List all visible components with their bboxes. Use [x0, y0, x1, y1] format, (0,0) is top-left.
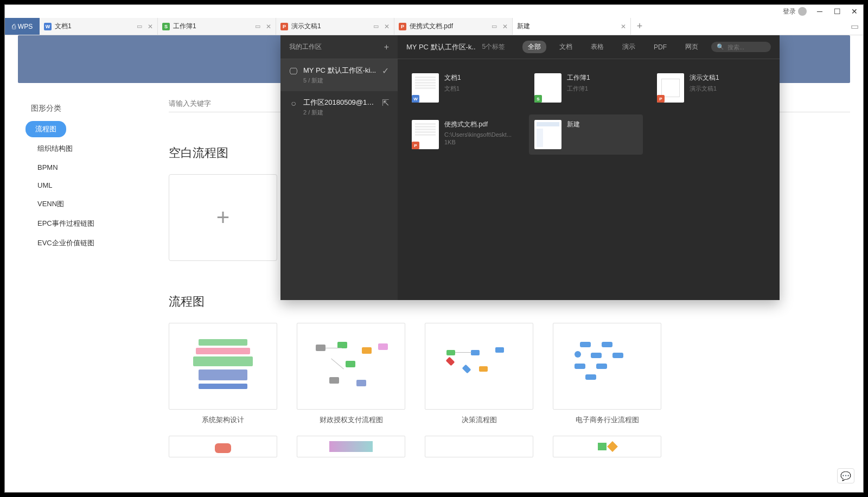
spreadsheet-icon: S: [534, 95, 542, 103]
template-title: 电子商务行业流程图: [553, 415, 661, 425]
external-link-icon[interactable]: ⇱: [382, 98, 389, 108]
chat-icon: 💬: [840, 471, 851, 481]
overlay-search[interactable]: 🔍: [711, 42, 771, 52]
sidebar-item-venn[interactable]: VENN图: [24, 195, 151, 213]
template-title: 财政授权支付流程图: [297, 415, 405, 425]
titlebar: 登录 ─ ☐ ✕: [5, 5, 863, 18]
filter-presentation[interactable]: 演示: [617, 41, 641, 53]
filter-web[interactable]: 网页: [680, 41, 704, 53]
tab-bar: ⎙ WPS W 文档1 ▭ ✕ S 工作簿1 ▭ ✕ P 演示文稿1 ▭ ✕ P…: [5, 18, 863, 35]
overlay-doc-item[interactable]: S 工作簿1 工作簿1: [529, 68, 643, 108]
window-mode-icon[interactable]: ▭: [255, 23, 260, 30]
filter-doc[interactable]: 文档: [554, 41, 578, 53]
sidebar-item-org-chart[interactable]: 组织结构图: [24, 139, 151, 158]
tab-count: 5个标签: [482, 42, 506, 52]
template-card[interactable]: [297, 436, 405, 457]
template-card[interactable]: 决策流程图: [425, 323, 533, 425]
tab-close-icon[interactable]: ✕: [266, 23, 271, 30]
pdf-icon: P: [399, 23, 406, 30]
tab-close-icon[interactable]: ✕: [621, 23, 626, 30]
template-title: 系统架构设计: [169, 415, 277, 425]
tab-close-icon[interactable]: ✕: [384, 23, 390, 30]
tab-list-button[interactable]: ▭: [846, 18, 863, 35]
template-card[interactable]: 电子商务行业流程图: [553, 323, 661, 425]
tab-spreadsheet[interactable]: S 工作簿1 ▭ ✕: [158, 18, 276, 35]
overlay-doc-item[interactable]: P 演示文稿1 演示文稿1: [652, 68, 765, 108]
search-icon: 🔍: [717, 43, 724, 50]
maximize-button[interactable]: ☐: [833, 7, 841, 16]
window-mode-icon[interactable]: ▭: [137, 23, 142, 30]
window-mode-icon[interactable]: ▭: [492, 23, 497, 30]
workspace-list-title: 我的工作区: [289, 42, 322, 52]
filter-pdf[interactable]: PDF: [648, 42, 672, 53]
close-button[interactable]: ✕: [850, 7, 859, 16]
plus-icon: +: [216, 205, 230, 231]
overlay-doc-item[interactable]: W 文档1 文档1: [406, 68, 520, 108]
radio-icon: ○: [289, 99, 298, 109]
workspace-list-panel: 我的工作区 + 🖵 MY PC 默认工作区-ki... 5 / 新建 ✓ ○ 工…: [280, 35, 398, 300]
filter-sheet[interactable]: 表格: [585, 41, 609, 53]
tab-close-icon[interactable]: ✕: [148, 23, 153, 30]
sidebar-item-evc[interactable]: EVC企业价值链图: [24, 234, 151, 252]
workspace-item[interactable]: ○ 工作区20180509@14... 2 / 新建 ⇱: [280, 91, 398, 123]
presentation-icon: P: [657, 95, 665, 103]
wps-logo-icon: ⎙: [12, 23, 16, 30]
tab-close-icon[interactable]: ✕: [502, 23, 508, 30]
login-button[interactable]: 登录: [783, 7, 807, 16]
tab-wps-home[interactable]: ⎙ WPS: [5, 18, 40, 35]
workspace-item[interactable]: 🖵 MY PC 默认工作区-ki... 5 / 新建 ✓: [280, 59, 398, 91]
template-card[interactable]: 系统架构设计: [169, 323, 277, 425]
check-icon: ✓: [382, 66, 389, 76]
filter-all[interactable]: 全部: [522, 41, 546, 53]
category-sidebar: 图形分类 流程图 组织结构图 BPMN UML VENN图 EPC事件过程链图 …: [18, 95, 158, 492]
workspace-overlay: 我的工作区 + 🖵 MY PC 默认工作区-ki... 5 / 新建 ✓ ○ 工…: [280, 35, 780, 300]
monitor-icon: 🖵: [289, 67, 298, 77]
workspace-docs-panel: MY PC 默认工作区-k.. 5个标签 全部 文档 表格 演示 PDF 网页 …: [398, 35, 780, 300]
overlay-doc-item[interactable]: 新建: [529, 114, 643, 155]
tab-pdf[interactable]: P 便携式文档.pdf ▭ ✕: [394, 18, 513, 35]
window-mode-icon[interactable]: ▭: [373, 23, 379, 30]
workspace-title: MY PC 默认工作区-k..: [406, 42, 476, 52]
template-card[interactable]: 财政授权支付流程图: [297, 323, 405, 425]
presentation-icon: P: [280, 23, 288, 30]
writer-icon: W: [412, 95, 419, 103]
tab-presentation[interactable]: P 演示文稿1 ▭ ✕: [276, 18, 394, 35]
spreadsheet-icon: S: [162, 23, 170, 30]
writer-icon: W: [44, 23, 52, 30]
template-card[interactable]: [169, 436, 277, 457]
tab-document[interactable]: W 文档1 ▭ ✕: [40, 18, 158, 35]
blank-flowchart-card[interactable]: +: [169, 174, 277, 261]
add-workspace-button[interactable]: +: [384, 42, 389, 52]
new-tab-button[interactable]: +: [631, 18, 648, 35]
template-card[interactable]: [425, 436, 533, 457]
avatar-icon: [798, 7, 807, 16]
feedback-button[interactable]: 💬: [837, 468, 854, 483]
sidebar-item-bpmn[interactable]: BPMN: [24, 159, 151, 176]
overlay-doc-item[interactable]: P 便携式文档.pdf C:\Users\kingsoft\Deskt... 1…: [406, 114, 520, 155]
tab-new[interactable]: 新建 ✕: [513, 18, 631, 35]
sidebar-item-flowchart[interactable]: 流程图: [25, 121, 66, 137]
template-card[interactable]: [553, 436, 661, 457]
sidebar-title: 图形分类: [18, 104, 158, 120]
overlay-search-input[interactable]: [727, 44, 765, 50]
minimize-button[interactable]: ─: [815, 7, 824, 16]
sidebar-item-uml[interactable]: UML: [24, 177, 151, 194]
template-title: 决策流程图: [425, 415, 533, 425]
pdf-icon: P: [412, 142, 419, 149]
sidebar-item-epc[interactable]: EPC事件过程链图: [24, 214, 151, 233]
